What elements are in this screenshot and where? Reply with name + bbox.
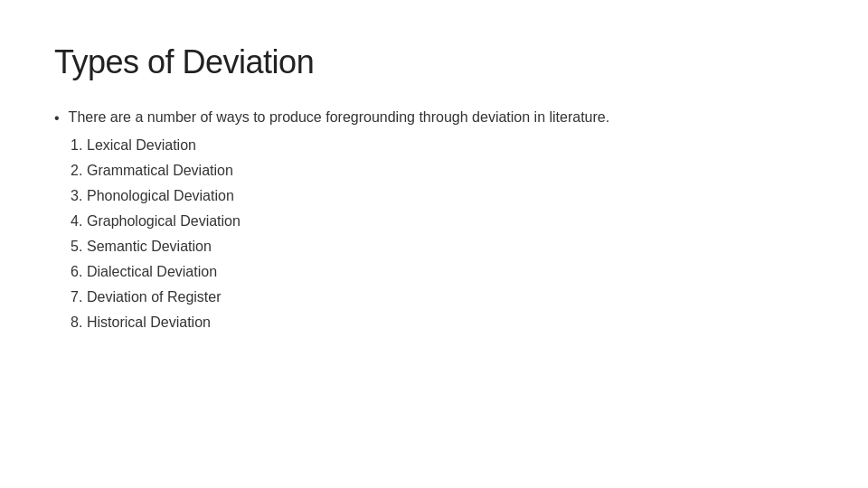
list-item: 8. Historical Deviation — [54, 312, 814, 333]
list-item: 7. Deviation of Register — [54, 286, 814, 308]
item-number: 7. — [54, 286, 87, 308]
intro-text: There are a number of ways to produce fo… — [69, 107, 814, 128]
list-item: 5. Semantic Deviation — [54, 236, 814, 258]
item-label: Dialectical Deviation — [87, 261, 814, 283]
bullet-dot: • — [54, 108, 60, 129]
item-label: Historical Deviation — [87, 312, 814, 333]
item-number: 6. — [54, 261, 87, 283]
list-item: 6. Dialectical Deviation — [54, 261, 814, 283]
slide: Types of Deviation • There are a number … — [0, 0, 868, 488]
item-number: 4. — [54, 211, 87, 232]
list-item: 1. Lexical Deviation — [54, 135, 814, 156]
item-label: Lexical Deviation — [87, 135, 814, 156]
item-number: 2. — [54, 160, 87, 182]
list-item: 2. Grammatical Deviation — [54, 160, 814, 182]
list-item: 3. Phonological Deviation — [54, 185, 814, 207]
item-label: Grammatical Deviation — [87, 160, 814, 182]
item-number: 1. — [54, 135, 87, 156]
item-label: Semantic Deviation — [87, 236, 814, 258]
slide-title: Types of Deviation — [54, 43, 814, 81]
item-number: 8. — [54, 312, 87, 333]
item-number: 3. — [54, 185, 87, 207]
list-item: 4. Graphological Deviation — [54, 211, 814, 232]
item-label: Deviation of Register — [87, 286, 814, 308]
item-label: Phonological Deviation — [87, 185, 814, 207]
deviation-list: 1. Lexical Deviation 2. Grammatical Devi… — [54, 135, 814, 333]
slide-content: • There are a number of ways to produce … — [54, 107, 814, 333]
item-number: 5. — [54, 236, 87, 258]
intro-bullet: • There are a number of ways to produce … — [54, 107, 814, 129]
item-label: Graphological Deviation — [87, 211, 814, 232]
